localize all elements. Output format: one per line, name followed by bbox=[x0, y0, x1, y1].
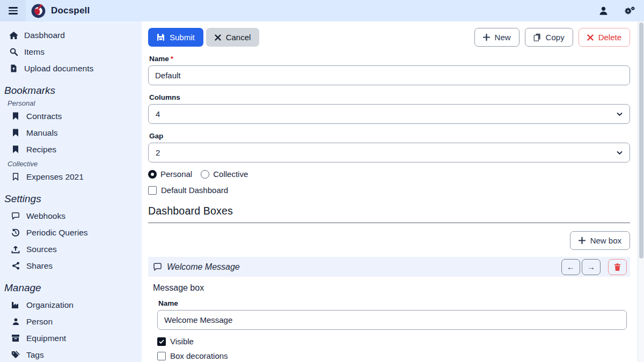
columns-select[interactable]: 4 bbox=[148, 104, 630, 124]
sidebar-item-label: Sources bbox=[26, 245, 57, 254]
move-box-left-button[interactable]: ← bbox=[561, 259, 580, 275]
scrollbar-thumb[interactable] bbox=[639, 23, 643, 258]
user-icon bbox=[598, 6, 609, 16]
personal-radio[interactable] bbox=[148, 170, 157, 179]
manage-section-title: Manage bbox=[4, 282, 142, 294]
sidebar-toggle-button[interactable] bbox=[0, 0, 26, 21]
sidebar-item-label: Shares bbox=[26, 261, 53, 271]
copy-icon bbox=[533, 33, 541, 41]
settings-section-title: Settings bbox=[4, 193, 142, 205]
plus-icon bbox=[483, 34, 490, 41]
dashboard-box: Welcome Message ← → Message box Name Vis… bbox=[148, 257, 630, 362]
required-mark: * bbox=[171, 55, 173, 63]
x-icon bbox=[587, 34, 594, 41]
sidebar-item-label: Webhooks bbox=[26, 211, 65, 221]
box-decorations-label: Box decorations bbox=[170, 351, 228, 360]
sidebar-item-items[interactable]: Items bbox=[4, 43, 142, 60]
collective-radio-label: Collective bbox=[213, 169, 248, 179]
history-icon bbox=[11, 228, 20, 237]
move-box-right-button[interactable]: → bbox=[582, 259, 601, 275]
x-icon bbox=[215, 34, 221, 41]
bookmark-icon bbox=[11, 145, 20, 153]
sidebar-item-label: Tags bbox=[26, 350, 44, 360]
gears-icon bbox=[624, 6, 635, 16]
default-dashboard-checkbox[interactable] bbox=[148, 186, 157, 195]
bookmark-label: Expenses 2021 bbox=[26, 172, 84, 182]
box-decorations-checkbox[interactable] bbox=[157, 352, 166, 360]
name-input[interactable] bbox=[148, 65, 630, 85]
sidebar-item-webhooks[interactable]: Webhooks bbox=[6, 208, 142, 224]
bookmark-icon bbox=[11, 112, 20, 120]
home-icon bbox=[9, 31, 18, 40]
vertical-scrollbar[interactable] bbox=[638, 21, 644, 362]
chevron-down-icon bbox=[617, 151, 623, 154]
sidebar-item-label: Periodic Queries bbox=[26, 228, 88, 238]
person-icon bbox=[11, 317, 20, 326]
sidebar-item-label: Upload documents bbox=[24, 64, 93, 73]
comment-icon bbox=[11, 212, 20, 220]
sidebar-item-label: Dasbhoard bbox=[24, 31, 65, 40]
save-icon bbox=[157, 33, 165, 41]
bookmark-item-recipes[interactable]: Recipes bbox=[6, 141, 142, 158]
box-name-label: Name bbox=[158, 299, 627, 307]
bookmark-item-manuals[interactable]: Manuals bbox=[6, 124, 142, 141]
file-upload-icon bbox=[9, 64, 18, 72]
bookmark-item-contracts[interactable]: Contracts bbox=[6, 108, 142, 124]
sidebar-item-person[interactable]: Person bbox=[6, 313, 142, 330]
box-title: Welcome Message bbox=[167, 262, 240, 272]
hamburger-icon bbox=[9, 7, 18, 14]
delete-box-button[interactable] bbox=[608, 259, 627, 275]
sidebar-item-equipment[interactable]: Equipment bbox=[6, 330, 142, 346]
sidebar-item-label: Organization bbox=[26, 300, 74, 310]
sidebar-item-label: Items bbox=[24, 47, 45, 57]
sidebar-item-organization[interactable]: Organization bbox=[6, 297, 142, 313]
sidebar-item-sources[interactable]: Sources bbox=[6, 241, 142, 257]
arrow-right-icon: → bbox=[587, 262, 595, 271]
box-kind-label: Message box bbox=[153, 283, 630, 293]
plus-icon bbox=[579, 237, 586, 244]
collective-radio[interactable] bbox=[201, 170, 209, 179]
visible-checkbox[interactable] bbox=[157, 337, 166, 346]
bookmark-label: Manuals bbox=[26, 128, 58, 138]
new-button[interactable]: New bbox=[474, 28, 519, 47]
docspell-logo-icon bbox=[31, 4, 46, 18]
sidebar: Dasbhoard Items Upload documents Bookmar… bbox=[0, 21, 142, 362]
search-icon bbox=[9, 48, 18, 56]
settings-menu-button[interactable] bbox=[624, 6, 635, 16]
sidebar-item-shares[interactable]: Shares bbox=[6, 257, 142, 274]
gap-select[interactable]: 2 bbox=[148, 143, 630, 162]
app-logo[interactable]: Docspell bbox=[31, 4, 90, 18]
trash-icon bbox=[614, 263, 621, 271]
bookmark-item-expenses[interactable]: Expenses 2021 bbox=[6, 168, 142, 185]
sidebar-item-label: Person bbox=[26, 317, 53, 327]
sidebar-item-periodic-queries[interactable]: Periodic Queries bbox=[6, 224, 142, 241]
name-label: Name* bbox=[149, 55, 630, 63]
sidebar-item-upload[interactable]: Upload documents bbox=[4, 60, 142, 77]
personal-radio-label: Personal bbox=[160, 169, 192, 179]
bookmarks-section-title: Bookmarks bbox=[4, 85, 142, 97]
box-name-input[interactable] bbox=[157, 310, 627, 330]
arrow-left-icon: ← bbox=[567, 262, 575, 271]
cancel-button[interactable]: Cancel bbox=[206, 28, 260, 47]
box-header: Welcome Message ← → bbox=[148, 257, 630, 277]
sidebar-item-label: Equipment bbox=[26, 334, 66, 343]
dashboard-boxes-heading: Dashboard Boxes bbox=[148, 205, 630, 223]
chevron-down-icon bbox=[617, 112, 623, 116]
user-menu-button[interactable] bbox=[598, 6, 609, 16]
sidebar-item-dashboard[interactable]: Dasbhoard bbox=[4, 27, 142, 43]
delete-button[interactable]: Delete bbox=[579, 28, 630, 47]
submit-button[interactable]: Submit bbox=[148, 28, 203, 47]
default-dashboard-label: Default Dashboard bbox=[161, 186, 228, 195]
share-icon bbox=[11, 262, 20, 270]
bookmarks-collective-label: Collective bbox=[8, 160, 142, 168]
bookmark-label: Recipes bbox=[26, 145, 56, 154]
industry-icon bbox=[11, 301, 20, 309]
new-box-button[interactable]: New box bbox=[570, 231, 630, 250]
upload-icon bbox=[11, 245, 20, 254]
columns-label: Columns bbox=[149, 93, 630, 101]
bookmark-icon bbox=[11, 129, 20, 137]
bookmark-outline-icon bbox=[11, 173, 20, 181]
comment-icon bbox=[153, 263, 162, 271]
copy-button[interactable]: Copy bbox=[525, 28, 573, 47]
sidebar-item-tags[interactable]: Tags bbox=[6, 346, 142, 362]
